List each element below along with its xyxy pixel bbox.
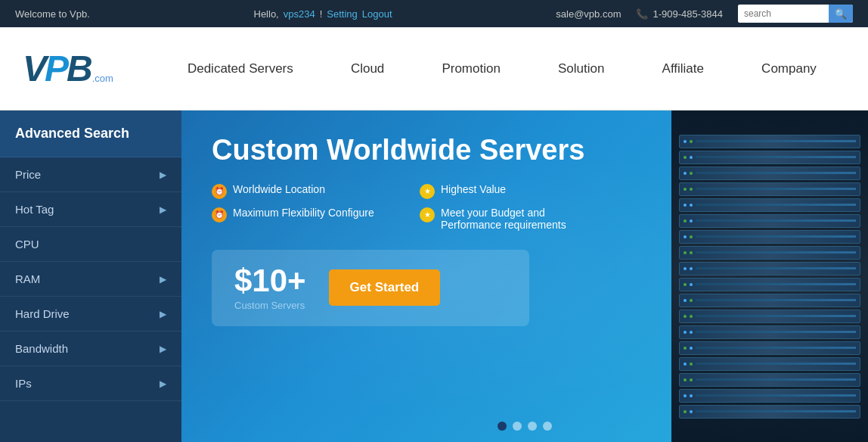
feature-icon-1: ⏰ bbox=[212, 184, 227, 199]
hero-dot-2[interactable] bbox=[513, 422, 522, 431]
phone-info: 📞 1-909-485-3844 bbox=[636, 8, 723, 20]
sidebar-item-price[interactable]: Price ▶ bbox=[0, 157, 181, 192]
welcome-label: Welcome to Vpb. bbox=[15, 8, 90, 20]
server-unit bbox=[679, 341, 860, 355]
sidebar-item-bandwidth[interactable]: Bandwidth ▶ bbox=[0, 332, 181, 366]
feature-label-3: Maximum Flexibility Configure bbox=[233, 207, 374, 219]
hero-dot-1[interactable] bbox=[498, 422, 507, 431]
hero-features: ⏰ Worldwide Location ★ Highest Value ⏰ M… bbox=[212, 183, 605, 231]
sidebar-label-harddrive: Hard Drive bbox=[15, 307, 70, 320]
phone-icon: 📞 bbox=[636, 8, 648, 20]
phone-number: 1-909-485-3844 bbox=[653, 8, 723, 20]
get-started-button[interactable]: Get Started bbox=[329, 269, 441, 306]
chevron-icon-ips: ▶ bbox=[160, 378, 166, 389]
hello-label: Hello, bbox=[254, 8, 279, 20]
nav-company[interactable]: Company bbox=[750, 54, 828, 84]
server-unit bbox=[679, 389, 860, 403]
sidebar-item-hottag[interactable]: Hot Tag ▶ bbox=[0, 192, 181, 227]
nav-solution[interactable]: Solution bbox=[547, 54, 615, 84]
nav-affiliate[interactable]: Affiliate bbox=[651, 54, 715, 84]
email-label: sale@vpb.com bbox=[556, 8, 621, 20]
nav-cloud[interactable]: Cloud bbox=[339, 54, 395, 84]
chevron-icon-price: ▶ bbox=[160, 170, 166, 180]
feature-label-1: Worldwide Location bbox=[233, 183, 325, 195]
sidebar-item-cpu[interactable]: CPU bbox=[0, 227, 181, 262]
hero-section: Custom Worldwide Servers ⏰ Worldwide Loc… bbox=[181, 110, 868, 442]
hero-price-sub: Custom Servers bbox=[234, 300, 306, 311]
sidebar-item-harddrive[interactable]: Hard Drive ▶ bbox=[0, 297, 181, 332]
contact-info: sale@vpb.com 📞 1-909-485-3844 🔍 bbox=[556, 5, 853, 23]
main-layout: Advanced Search Price ▶ Hot Tag ▶ CPU RA… bbox=[0, 110, 868, 442]
server-unit bbox=[679, 357, 860, 371]
hero-content: Custom Worldwide Servers ⏰ Worldwide Loc… bbox=[212, 133, 838, 326]
sidebar-label-price: Price bbox=[15, 168, 41, 181]
hero-dots bbox=[498, 422, 552, 431]
nav-promotion[interactable]: Promotion bbox=[430, 54, 511, 84]
feature-highest-value: ★ Highest Value bbox=[420, 183, 605, 199]
separator: ! bbox=[320, 8, 323, 20]
search-box: 🔍 bbox=[738, 5, 853, 23]
server-unit bbox=[679, 373, 860, 387]
top-bar: Welcome to Vpb. Hello, vps234 ! Setting … bbox=[0, 0, 868, 27]
nav-dedicated[interactable]: Dedicated Servers bbox=[176, 54, 305, 84]
logo-text: VPB bbox=[23, 51, 91, 87]
sidebar: Advanced Search Price ▶ Hot Tag ▶ CPU RA… bbox=[0, 110, 181, 442]
chevron-icon-hottag: ▶ bbox=[160, 204, 166, 215]
hero-title: Custom Worldwide Servers bbox=[212, 133, 838, 168]
sidebar-label-ram: RAM bbox=[15, 272, 40, 285]
sidebar-item-ips[interactable]: IPs ▶ bbox=[0, 366, 181, 401]
feature-budget: ★ Meet your Budget and Performance requi… bbox=[420, 207, 605, 231]
sidebar-label-ips: IPs bbox=[15, 377, 32, 390]
chevron-icon-ram: ▶ bbox=[160, 274, 166, 285]
feature-icon-3: ⏰ bbox=[212, 207, 227, 223]
hero-dot-4[interactable] bbox=[543, 422, 552, 431]
setting-link[interactable]: Setting bbox=[327, 8, 357, 20]
sidebar-label-hottag: Hot Tag bbox=[15, 203, 54, 216]
server-unit bbox=[679, 405, 860, 419]
hero-price: $10+ bbox=[234, 265, 306, 297]
hero-dot-3[interactable] bbox=[528, 422, 537, 431]
logo-com: .com bbox=[92, 73, 113, 84]
feature-worldwide: ⏰ Worldwide Location bbox=[212, 183, 397, 199]
sidebar-title: Advanced Search bbox=[0, 110, 181, 157]
nav-bar: VPB .com Dedicated Servers Cloud Promoti… bbox=[0, 27, 868, 110]
username-link[interactable]: vps234 bbox=[284, 8, 315, 20]
user-greeting: Hello, vps234 ! Setting Logout bbox=[254, 8, 392, 20]
search-input[interactable] bbox=[738, 5, 829, 23]
feature-label-2: Highest Value bbox=[441, 183, 506, 195]
logo: VPB .com bbox=[23, 51, 113, 87]
sidebar-label-cpu: CPU bbox=[15, 238, 39, 251]
feature-icon-4: ★ bbox=[420, 207, 435, 223]
chevron-icon-bandwidth: ▶ bbox=[160, 344, 166, 354]
server-unit bbox=[679, 325, 860, 339]
welcome-text: Welcome to Vpb. bbox=[15, 8, 90, 20]
feature-label-4: Meet your Budget and Performance require… bbox=[441, 207, 605, 231]
hero-price-block: $10+ Custom Servers bbox=[234, 265, 306, 311]
main-nav: Dedicated Servers Cloud Promotion Soluti… bbox=[159, 54, 845, 84]
chevron-icon-harddrive: ▶ bbox=[160, 309, 166, 319]
logout-link[interactable]: Logout bbox=[362, 8, 392, 20]
feature-icon-2: ★ bbox=[420, 184, 435, 199]
hero-cta-box: $10+ Custom Servers Get Started bbox=[212, 250, 529, 326]
sidebar-label-bandwidth: Bandwidth bbox=[15, 342, 68, 355]
feature-flexibility: ⏰ Maximum Flexibility Configure bbox=[212, 207, 397, 231]
sidebar-item-ram[interactable]: RAM ▶ bbox=[0, 262, 181, 297]
search-button[interactable]: 🔍 bbox=[829, 5, 853, 23]
